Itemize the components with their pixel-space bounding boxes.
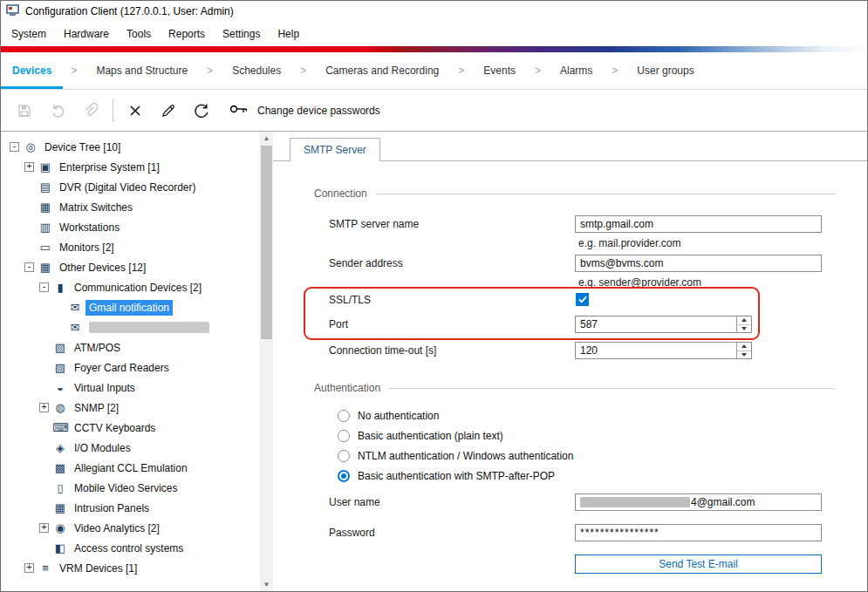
device-tree-panel: - ◎ Device Tree [10] + ▣ Enterprise Syst…: [1, 132, 260, 591]
tree-item-cctv-keyboards[interactable]: ⌨ CCTV Keyboards: [1, 418, 260, 438]
tab-maps-and-structure[interactable]: Maps and Structure: [85, 52, 199, 89]
chevron-right-icon: >: [450, 52, 472, 89]
refresh-button[interactable]: [185, 98, 218, 124]
collapse-icon[interactable]: -: [39, 282, 49, 292]
tab-user-groups[interactable]: User groups: [625, 52, 705, 89]
app-icon: [6, 3, 19, 19]
tree-item-label: ATM/POS: [71, 340, 124, 356]
change-device-passwords-button[interactable]: Change device passwords: [229, 101, 380, 119]
connection-timeout-label: Connection time-out [s]: [329, 344, 436, 357]
menu-hardware[interactable]: Hardware: [55, 24, 118, 44]
tree-item-virtual-inputs[interactable]: ◒ Virtual Inputs: [1, 378, 260, 398]
spin-up-icon[interactable]: [737, 343, 751, 351]
tree-item-gmail-notification[interactable]: ✉ Gmail notification: [1, 297, 260, 317]
tree-item-monitors[interactable]: ▭ Monitors [2]: [1, 237, 260, 257]
spin-down-icon[interactable]: [737, 351, 751, 359]
save-icon: [17, 103, 32, 119]
radio-no-authentication[interactable]: No authentication: [338, 410, 439, 422]
tree-item-label: Intrusion Panels: [71, 500, 153, 516]
menu-help[interactable]: Help: [269, 24, 308, 44]
tree-item-allegiant-ccl-emulation[interactable]: ▩ Allegiant CCL Emulation: [1, 458, 260, 478]
spin-up-icon[interactable]: [737, 316, 751, 325]
attach-button[interactable]: [74, 98, 107, 124]
auth-option-label: No authentication: [358, 410, 439, 422]
spin-down-icon[interactable]: [737, 325, 751, 333]
radio-smtp-after-pop[interactable]: Basic authentication with SMTP-after-POP: [338, 470, 555, 482]
user-name-input[interactable]: 4@gmail.com: [575, 493, 822, 511]
tree-item-video-analytics[interactable]: + ◉ Video Analytics [2]: [1, 518, 260, 538]
tab-schedules[interactable]: Schedules: [221, 52, 292, 89]
scroll-up-icon[interactable]: ▲: [260, 132, 273, 145]
smtp-server-name-input[interactable]: smtp.gmail.com: [575, 215, 822, 233]
connection-group-header: Connection: [314, 187, 835, 200]
sender-address-input[interactable]: bvms@bvms.com: [575, 255, 822, 272]
connection-timeout-input[interactable]: 120: [575, 342, 752, 359]
menu-reports[interactable]: Reports: [160, 24, 214, 44]
tree-item-matrix-switches[interactable]: ▦ Matrix Switches: [1, 197, 260, 217]
tree-item-vrm-devices[interactable]: + ≡ VRM Devices [1]: [1, 558, 260, 578]
tree-item-access-control-systems[interactable]: ◧ Access control systems: [1, 538, 260, 558]
tree-item-label: Other Devices [12]: [56, 260, 149, 276]
expander-spacer: [39, 503, 49, 513]
io-modules-icon: ◈: [52, 441, 68, 454]
tree-item-atm-pos[interactable]: ▧ ATM/POS: [1, 337, 260, 357]
tree-item-intrusion-panels[interactable]: ▦ Intrusion Panels: [1, 498, 260, 518]
tab-events[interactable]: Events: [472, 52, 527, 89]
expand-icon[interactable]: +: [24, 563, 34, 573]
save-button[interactable]: [8, 98, 41, 124]
tree-item-io-modules[interactable]: ◈ I/O Modules: [1, 438, 260, 458]
main-area: - ◎ Device Tree [10] + ▣ Enterprise Syst…: [1, 132, 867, 591]
ssl-tls-label: SSL/TLS: [329, 294, 371, 306]
tree-scrollbar[interactable]: ▲ ▼: [260, 132, 273, 591]
tree-item-workstations[interactable]: ▥ Workstations: [1, 217, 260, 237]
expand-icon[interactable]: +: [39, 403, 49, 412]
workstations-icon: ▥: [38, 221, 53, 234]
radio-ntlm-authentication[interactable]: NTLM authentication / Windows authentica…: [338, 450, 573, 462]
expand-icon[interactable]: +: [24, 162, 34, 172]
tree-item-mobile-video-services[interactable]: ▯ Mobile Video Services: [1, 478, 260, 498]
menu-tools[interactable]: Tools: [118, 24, 160, 44]
radio-icon: [338, 450, 350, 462]
expander-spacer: [39, 543, 49, 553]
port-input[interactable]: 587: [575, 316, 752, 333]
collapse-icon[interactable]: -: [24, 262, 34, 272]
undo-button[interactable]: [41, 98, 74, 124]
tab-cameras-and-recording[interactable]: Cameras and Recording: [314, 52, 450, 89]
expander-spacer: [24, 242, 34, 252]
scrollbar-thumb[interactable]: [261, 146, 272, 339]
scroll-down-icon[interactable]: ▼: [260, 578, 273, 591]
tab-smtp-server[interactable]: SMTP Server: [290, 138, 380, 161]
tree-item-communication-devices[interactable]: - ▮ Communication Devices [2]: [1, 277, 260, 297]
ssl-checkbox[interactable]: [576, 293, 589, 306]
tree-item-other-devices[interactable]: - ▦ Other Devices [12]: [1, 257, 260, 277]
sender-address-hint: e.g. sender@provider.com: [578, 276, 701, 289]
edit-button[interactable]: [152, 98, 185, 124]
tree-item-snmp[interactable]: + ◍ SNMP [2]: [1, 398, 260, 418]
tab-devices[interactable]: Devices: [1, 52, 63, 89]
tree-item-label: VRM Devices [1]: [56, 561, 140, 576]
chevron-right-icon: >: [604, 52, 625, 89]
authentication-group-title: Authentication: [314, 382, 380, 394]
tree-item-label: CCTV Keyboards: [71, 420, 159, 436]
redacted-label: [89, 322, 209, 333]
send-test-email-button[interactable]: Send Test E-mail: [575, 555, 822, 574]
tree-item-dvr[interactable]: ▤ DVR (Digital Video Recorder): [1, 177, 260, 197]
tree-item-label: Foyer Card Readers: [71, 360, 173, 376]
group-line: [376, 194, 835, 194]
radio-basic-authentication[interactable]: Basic authentication (plain text): [338, 430, 503, 442]
tree-item-device-tree[interactable]: - ◎ Device Tree [10]: [1, 137, 260, 157]
collapse-icon[interactable]: -: [10, 142, 19, 152]
expander-spacer: [39, 443, 49, 453]
menu-system[interactable]: System: [3, 24, 55, 44]
password-input[interactable]: ****************: [575, 524, 822, 541]
expand-icon[interactable]: +: [39, 523, 49, 533]
tree-item-label: Communication Devices [2]: [71, 280, 205, 296]
menu-settings[interactable]: Settings: [214, 24, 269, 44]
tree-item-enterprise-system[interactable]: + ▣ Enterprise System [1]: [1, 157, 260, 177]
tree-item-label: Matrix Switches: [56, 200, 136, 215]
tree-item-redacted-email-device[interactable]: ✉: [1, 317, 260, 337]
tab-alarms[interactable]: Alarms: [549, 52, 604, 89]
delete-button[interactable]: [119, 98, 152, 124]
tree-item-foyer-card-readers[interactable]: ▨ Foyer Card Readers: [1, 357, 260, 378]
toolbar-separator: [113, 99, 113, 122]
